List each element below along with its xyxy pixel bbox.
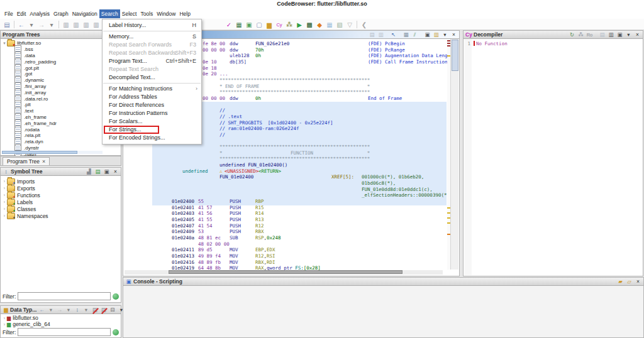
export-icon[interactable]: ▤: [94, 168, 101, 175]
symbol-tree-item-classes[interactable]: ›●Classes: [2, 205, 121, 212]
diamond-icon[interactable]: ◆: [315, 20, 324, 29]
script-icon[interactable]: ▣: [245, 20, 253, 29]
symbol-tree-item-exports[interactable]: ›●Exports: [2, 185, 121, 192]
ro-label[interactable]: Ro: [586, 31, 593, 38]
expander-icon[interactable]: ›: [2, 179, 7, 183]
back-icon[interactable]: ←: [17, 20, 26, 29]
snapshot-icon[interactable]: ▣: [103, 168, 110, 175]
sort-icon[interactable]: ▟: [86, 168, 92, 175]
forward-icon[interactable]: →: [37, 20, 46, 29]
data-type-item-libflutter-so[interactable]: ›▆libflutter.so: [2, 315, 121, 321]
menu-select[interactable]: Select: [120, 9, 139, 18]
close-icon[interactable]: ×: [634, 31, 641, 38]
window-icon[interactable]: ▢: [255, 20, 264, 29]
symbol-filter-options-icon[interactable]: [113, 293, 119, 300]
menu-graph[interactable]: Graph: [52, 9, 70, 18]
table-icon[interactable]: ▦: [325, 20, 334, 29]
refresh-icon[interactable]: ↻: [569, 31, 575, 38]
listing-line[interactable]: 01e0241349 89 f4MOVR12,RSI: [124, 253, 458, 259]
clear-icon[interactable]: ▱: [626, 278, 633, 285]
expander-icon[interactable]: ›: [2, 316, 7, 320]
cy-icon[interactable]: Cy: [275, 20, 284, 29]
menu-item-for-address-tables[interactable]: For Address Tables: [103, 93, 201, 101]
snapshot-icon[interactable]: ▣: [424, 31, 431, 38]
menu-item-label-history[interactable]: Label History...H: [103, 21, 201, 30]
menu-tools[interactable]: Tools: [138, 9, 155, 18]
listing-line[interactable]: 01e0240341 56PUSHR14: [124, 210, 458, 217]
menu-item-decompiled-text[interactable]: Decompiled Text...: [103, 74, 201, 82]
expander-icon[interactable]: ›: [2, 207, 7, 211]
listing-line[interactable]: FUN_01e02400XREF[5]:001000c0(*), 01b6eb2…: [124, 174, 458, 180]
data-type-item-generic-clib-64[interactable]: ›▆generic_clib_64: [2, 321, 121, 327]
listing-line[interactable]: 01e0240141 57PUSHR15: [124, 205, 458, 211]
listing-line[interactable]: 01e0240055PUSHRBP: [124, 199, 458, 205]
save-icon[interactable]: ▤: [3, 20, 11, 29]
bookmark-icon[interactable]: ▥: [72, 20, 80, 29]
listing-line[interactable]: 01e0241648 89 fbMOVRBX,RDI: [124, 259, 458, 266]
clamp-icon[interactable]: ▽: [345, 20, 354, 29]
snapshot-icon[interactable]: ▣: [616, 31, 623, 38]
back-icon[interactable]: ←: [38, 307, 45, 313]
menu-search[interactable]: Search: [99, 9, 120, 18]
listing-vscrollbar[interactable]: [450, 39, 458, 270]
briefcase-icon[interactable]: ▆: [265, 20, 274, 29]
filter-off-icon[interactable]: ▤: [91, 307, 98, 313]
menu-item-for-strings[interactable]: For Strings...: [103, 126, 201, 134]
toggle-icon[interactable]: ⫽: [411, 31, 418, 38]
menu-navigation[interactable]: Navigation: [70, 9, 99, 18]
forward-icon[interactable]: →: [56, 307, 63, 313]
symbol-filter-input[interactable]: [18, 292, 111, 300]
panel-icon[interactable]: ▥: [433, 31, 440, 38]
listing-line[interactable]: 01e0240741 54PUSHR12: [124, 223, 458, 229]
copy-icon[interactable]: ▤: [369, 31, 375, 38]
close-icon[interactable]: ×: [635, 278, 641, 285]
clipboard-icon[interactable]: ▥: [608, 31, 614, 38]
close-icon[interactable]: ×: [112, 168, 119, 175]
menu-file[interactable]: File: [3, 9, 15, 18]
menu-caret-icon[interactable]: ▾: [441, 31, 448, 38]
tab-close-icon[interactable]: ×: [42, 158, 45, 165]
menu-item-memory[interactable]: Memory...S: [103, 33, 201, 41]
menu-edit[interactable]: Edit: [15, 9, 28, 18]
menu-help[interactable]: Help: [177, 9, 192, 18]
listing-line[interactable]: 01e0240541 55PUSHR13: [124, 217, 458, 223]
caret-icon[interactable]: ▾: [82, 307, 89, 313]
expander-icon[interactable]: ▾: [2, 41, 7, 46]
decompiler-view[interactable]: 1 No Function: [464, 39, 642, 275]
back-caret-icon[interactable]: ▾: [27, 20, 36, 29]
symbol-tree-item-functions[interactable]: ›●Functions: [2, 192, 121, 199]
filter-off2-icon[interactable]: ▤: [100, 307, 107, 313]
scroll-lock-icon[interactable]: ▰: [617, 278, 624, 285]
tree-icon[interactable]: ⁂: [285, 20, 294, 29]
expander-icon[interactable]: ›: [2, 186, 7, 190]
menu-item-for-direct-references[interactable]: For Direct References: [103, 101, 201, 109]
listing-line[interactable]: 48 02 00 00: [124, 241, 458, 248]
caret-icon[interactable]: ▾: [65, 307, 72, 313]
paste-icon[interactable]: ▥: [377, 31, 384, 38]
menu-caret-icon[interactable]: ▾: [625, 31, 632, 38]
caret-icon[interactable]: ▾: [47, 307, 54, 313]
listing-line[interactable]: 01e0241189 d5MOVEBP,EDX: [124, 247, 458, 253]
close-icon[interactable]: ×: [450, 31, 457, 38]
symbol-tree-item-imports[interactable]: ›●Imports: [2, 178, 121, 185]
forward-caret-icon[interactable]: ▾: [47, 20, 56, 29]
grid-icon[interactable]: ▦: [235, 20, 243, 29]
symbol-tree-item-namespaces[interactable]: ›●Namespaces: [2, 212, 121, 219]
expander-icon[interactable]: ›: [2, 200, 7, 204]
expander-icon[interactable]: ›: [2, 193, 7, 197]
copy-icon[interactable]: ▤: [599, 31, 606, 38]
menu-item-for-matching-instructions[interactable]: For Matching Instructions›: [103, 85, 201, 93]
memory-map-icon[interactable]: ▥: [62, 20, 70, 29]
data-icon[interactable]: ▥: [92, 20, 101, 29]
console-output[interactable]: [124, 286, 643, 337]
collapse-icon[interactable]: ⊟: [109, 307, 116, 313]
diff-icon[interactable]: ▦: [402, 31, 409, 38]
menu-item-program-text[interactable]: Program Text...Ctrl+Shift+E: [103, 57, 201, 65]
menu-item-for-encoded-strings[interactable]: For Encoded Strings...: [103, 134, 201, 142]
program-tree-hscrollbar[interactable]: [2, 151, 103, 154]
listing-hscrollbar[interactable]: [125, 270, 443, 275]
expander-icon[interactable]: ›: [2, 322, 7, 327]
listing-line[interactable]: 01e0240a48 81 ecSUBRSP,0x248: [124, 235, 458, 241]
menu-analysis[interactable]: Analysis: [28, 9, 52, 18]
bytes-icon[interactable]: ▥: [82, 20, 91, 29]
